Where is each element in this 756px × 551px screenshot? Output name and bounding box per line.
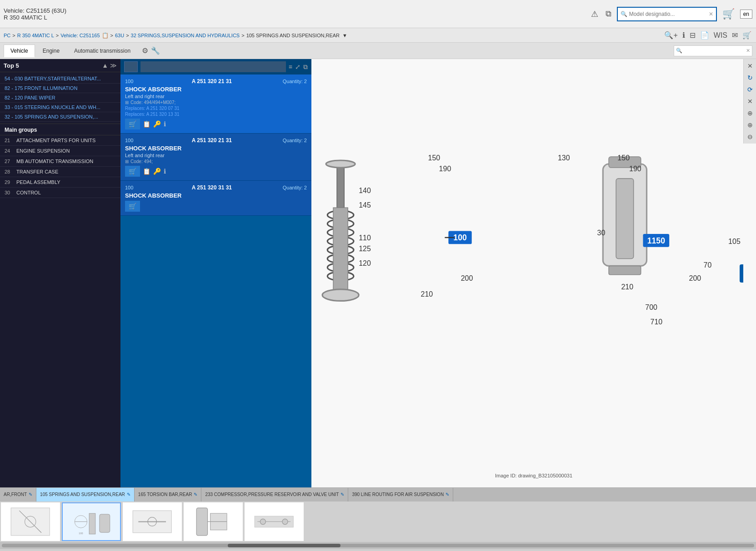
thumb-img-5[interactable] (245, 502, 304, 541)
wis-btn[interactable]: WIS (713, 30, 728, 40)
part-card-3[interactable]: 100 A 251 320 31 31 Quantity: 2 SHOCK AB… (120, 181, 311, 216)
svg-text:120: 120 (359, 259, 371, 267)
vehicle-icon: 📋 (102, 32, 109, 39)
part-card-2[interactable]: 100 A 251 320 21 31 Quantity: 2 SHOCK AB… (120, 134, 311, 181)
sidebar-item-1[interactable]: 54 - 030 BATTERY,STARTER/ALTERNAT... (0, 74, 120, 84)
thumb-tab-arfront[interactable]: AR,FRONT ✎ (0, 488, 36, 501)
sidebar-expand-btn[interactable]: ≫ (110, 62, 117, 69)
breadcrumb-32[interactable]: 32 SPRINGS,SUSPENSION AND HYDRAULICS (131, 33, 240, 38)
close-diagram-btn[interactable]: ✕ (746, 61, 754, 71)
sidebar-item-5[interactable]: 32 - 105 SPRINGS AND SUSPENSION,... (0, 112, 120, 122)
breadcrumb-dropdown-btn[interactable]: ▼ (341, 33, 348, 38)
zoom-in-btn[interactable]: 🔍+ (663, 30, 678, 40)
sidebar-group-27[interactable]: 27 MB AUTOMATIC TRANSMISSION (0, 156, 120, 167)
thumb-tab-165[interactable]: 165 TORSION BAR,REAR ✎ (135, 488, 202, 501)
thumb-tab-105[interactable]: 105 SPRINGS AND SUSPENSION,REAR ✎ (36, 488, 135, 501)
thumb-tab-edit-233[interactable]: ✎ (340, 492, 344, 497)
filter-btn[interactable]: ⊟ (689, 30, 696, 40)
thumb-img-1[interactable] (1, 502, 60, 541)
svg-rect-45 (100, 514, 110, 532)
sidebar-item-4[interactable]: 33 - 015 STEERING KNUCKLE AND WH... (0, 103, 120, 112)
scrollbar-thumb[interactable] (228, 544, 340, 547)
part-id-3: A 251 320 31 31 (192, 184, 232, 191)
tab-vehicle[interactable]: Vehicle (4, 45, 35, 57)
alert-icon-btn[interactable]: ⚠ (589, 7, 600, 21)
thumb-img-3[interactable] (123, 502, 182, 541)
part-card-1[interactable]: 100 A 251 320 21 31 Quantity: 2 SHOCK AB… (120, 74, 311, 134)
svg-text:150: 150 (617, 154, 630, 162)
thumb-img-4[interactable] (184, 502, 243, 541)
thumb-tab-edit-390[interactable]: ✎ (446, 492, 449, 497)
sidebar-group-29[interactable]: 29 PEDAL ASSEMBLY (0, 177, 120, 188)
breadcrumb-pc[interactable]: PC (4, 33, 10, 38)
parts-list-icon-btn[interactable]: ≡ (289, 63, 292, 70)
model-search-input[interactable] (629, 11, 709, 17)
part-key-icon-2[interactable]: 🔑 (153, 168, 161, 175)
svg-rect-44 (89, 513, 95, 534)
thumb-img-2[interactable]: 100 (62, 502, 121, 541)
parts-expand-btn[interactable]: ⤢ (295, 63, 300, 70)
add-to-cart-btn-1[interactable]: 🛒 (125, 119, 140, 129)
svg-text:140: 140 (359, 186, 371, 194)
part-document-icon-2[interactable]: 📋 (143, 168, 150, 175)
add-to-cart-btn-2[interactable]: 🛒 (125, 166, 140, 177)
vehicle-id: Vehicle: C251165 (63U) (4, 7, 66, 14)
sidebar-group-28[interactable]: 28 TRANSFER CASE (0, 167, 120, 177)
copy-icon-btn[interactable]: ⧉ (604, 7, 613, 20)
bottom-scrollbar[interactable] (0, 542, 756, 549)
part-qty-3: Quantity: 2 (283, 185, 307, 190)
svg-text:200: 200 (461, 274, 473, 282)
sidebar-group-24[interactable]: 24 ENGINE SUSPENSION (0, 146, 120, 156)
thumb-tab-edit-arfront[interactable]: ✎ (29, 492, 32, 497)
thumb-tab-390[interactable]: 390 LINE ROUTING FOR AIR SUSPENSION ✎ (348, 488, 453, 501)
add-to-cart-btn-3[interactable]: 🛒 (125, 201, 140, 212)
diagram-zoom-out-btn[interactable]: ⊖ (746, 132, 754, 142)
part-info-icon-1[interactable]: ℹ (164, 120, 166, 128)
breadcrumb-vehicle[interactable]: Vehicle: C251165 (60, 33, 100, 38)
part-num-3: 100 (125, 185, 141, 190)
part-num-2: 100 (125, 138, 141, 143)
info-btn[interactable]: ℹ (681, 30, 686, 40)
thumb-tab-edit-105[interactable]: ✎ (127, 492, 130, 497)
sidebar: Top 5 ▲ ≫ 54 - 030 BATTERY,STARTER/ALTER… (0, 59, 120, 487)
svg-text:190: 190 (439, 164, 451, 173)
parts-filter-input[interactable] (140, 61, 286, 72)
clear-search-icon[interactable]: ✕ (709, 11, 713, 17)
breadcrumb-model[interactable]: R 350 4MATIC L (17, 33, 54, 38)
tab-automatic-transmission[interactable]: Automatic transmission (67, 45, 137, 57)
sidebar-item-3[interactable]: 82 - 120 PANE WIPER (0, 93, 120, 103)
part-key-icon-1[interactable]: 🔑 (153, 120, 161, 128)
sidebar-collapse-btn[interactable]: ▲ (102, 62, 108, 69)
thumb-tab-edit-165[interactable]: ✎ (194, 492, 197, 497)
tab-search-clear[interactable]: ✕ (746, 48, 750, 54)
diagram-select-btn[interactable]: ✕ (746, 96, 754, 106)
tab-settings-icon[interactable]: ⚙ (142, 46, 148, 55)
diagram-history-btn[interactable]: ⟳ (746, 84, 754, 94)
language-btn[interactable]: en (740, 10, 752, 19)
scrollbar-track[interactable] (2, 544, 754, 547)
sidebar-item-2[interactable]: 82 - 175 FRONT ILLUMINATION (0, 84, 120, 93)
mail-btn[interactable]: ✉ (731, 30, 739, 40)
top-bar: Vehicle: C251165 (63U) R 350 4MATIC L ⚠ … (0, 0, 756, 28)
svg-rect-15 (616, 179, 633, 258)
tab-wrench-icon[interactable]: 🔧 (151, 46, 160, 55)
sidebar-group-30[interactable]: 30 CONTROL (0, 188, 120, 198)
breadcrumb-63u[interactable]: 63U (115, 33, 124, 38)
parts-detach-btn[interactable]: ⧉ (303, 63, 308, 71)
svg-text:130: 130 (558, 154, 570, 162)
add-cart-btn[interactable]: 🛒 (721, 6, 736, 22)
diagram-area: 100 1150 140 145 125 120 110 (311, 59, 756, 487)
tab-search-input[interactable] (682, 48, 746, 54)
diagram-sync-btn[interactable]: ↻ (746, 73, 754, 83)
document-btn[interactable]: 📄 (699, 30, 710, 40)
part-document-icon-1[interactable]: 📋 (143, 120, 150, 128)
part-name-2: SHOCK ABSORBER (125, 145, 307, 152)
thumb-tab-233[interactable]: 233 COMPRESSOR,PRESSURE RESERVOIR AND VA… (201, 488, 348, 501)
part-info-icon-2[interactable]: ℹ (164, 168, 166, 175)
diagram-zoom-in-btn[interactable]: ⊕ (746, 120, 754, 130)
diagram-scroll-btn[interactable]: ⊕ (746, 108, 754, 118)
cart-top-btn[interactable]: 🛒 (741, 30, 752, 40)
tab-engine[interactable]: Engine (36, 45, 66, 57)
part-name-3: SHOCK ABSORBER (125, 192, 307, 199)
sidebar-group-21[interactable]: 21 ATTACHMENT PARTS FOR UNITS (0, 135, 120, 146)
